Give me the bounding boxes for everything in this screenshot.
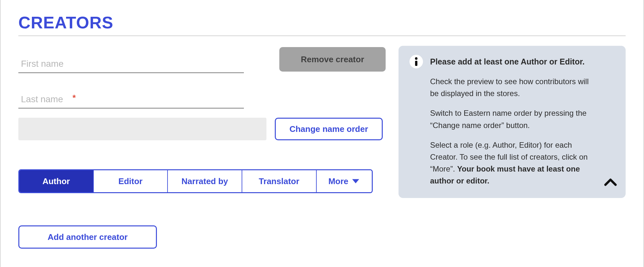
add-another-creator-button[interactable]: Add another creator [18, 225, 157, 249]
collapse-panel-button[interactable] [604, 178, 617, 191]
role-tab-label: Editor [118, 176, 142, 186]
caret-down-icon [351, 178, 360, 184]
role-tab-narrated-by[interactable]: Narrated by [168, 170, 242, 192]
svg-point-1 [415, 57, 418, 60]
info-panel: Please add at least one Author or Editor… [399, 46, 626, 198]
section-title: CREATORS [18, 13, 626, 32]
info-title: Please add at least one Author or Editor… [430, 55, 585, 68]
role-tab-label: Translator [259, 176, 299, 186]
svg-marker-0 [352, 179, 359, 183]
remove-creator-button[interactable]: Remove creator [279, 47, 386, 72]
chevron-up-icon [604, 178, 617, 187]
creators-section: CREATORS Remove creator * Change name or… [0, 0, 644, 267]
last-name-field-wrapper: * [18, 91, 244, 109]
role-tab-editor[interactable]: Editor [94, 170, 168, 192]
role-tab-author[interactable]: Author [19, 170, 94, 192]
role-tab-translator[interactable]: Translator [242, 170, 317, 192]
first-name-row: Remove creator [18, 46, 386, 73]
role-tab-more[interactable]: More [317, 170, 372, 192]
role-tab-label: Narrated by [181, 176, 228, 186]
info-paragraph-3: Select a role (e.g. Author, Editor) for … [430, 139, 589, 187]
name-preview-row: Change name order [18, 118, 386, 140]
info-body: Check the preview to see how contributor… [409, 75, 615, 187]
form-column: Remove creator * Change name order Autho… [18, 46, 386, 249]
info-icon [409, 55, 423, 68]
info-paragraph-1: Check the preview to see how contributor… [430, 75, 589, 99]
content-columns: Remove creator * Change name order Autho… [18, 46, 626, 249]
first-name-field-wrapper [18, 55, 244, 73]
role-tab-label: More [328, 176, 348, 186]
svg-rect-2 [415, 61, 418, 66]
first-name-input[interactable] [18, 55, 244, 73]
info-column: Please add at least one Author or Editor… [399, 46, 626, 198]
info-header: Please add at least one Author or Editor… [409, 55, 615, 68]
role-tab-label: Author [43, 176, 70, 186]
info-paragraph-2: Switch to Eastern name order by pressing… [430, 107, 589, 131]
name-preview-box [18, 118, 266, 140]
role-tabs: Author Editor Narrated by Translator Mor… [18, 169, 373, 193]
last-name-input[interactable] [18, 91, 244, 109]
divider [18, 35, 626, 36]
change-name-order-button[interactable]: Change name order [275, 118, 383, 140]
